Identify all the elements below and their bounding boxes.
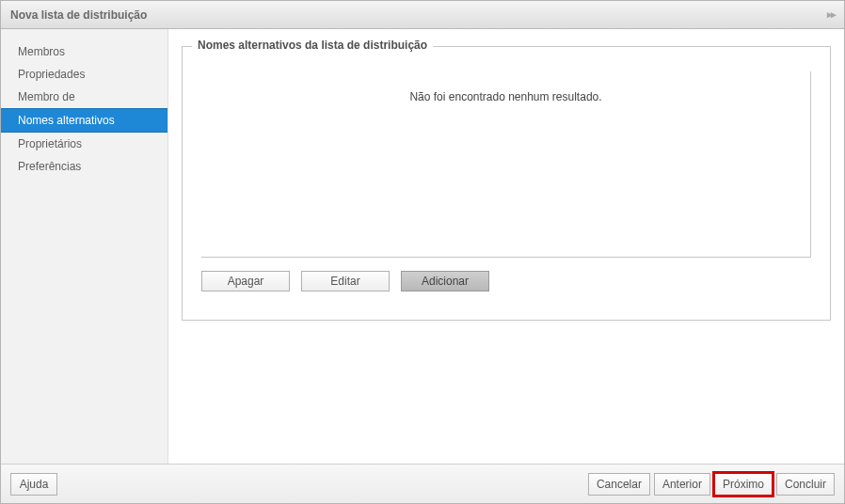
sidebar-item-label: Preferências	[18, 160, 81, 173]
content-pane: Nomes alternativos da lista de distribui…	[168, 29, 844, 464]
help-button[interactable]: Ajuda	[10, 473, 57, 496]
sidebar-item-preferencias[interactable]: Preferências	[1, 155, 167, 178]
next-button[interactable]: Próximo	[714, 473, 773, 496]
sidebar-item-proprietarios[interactable]: Proprietários	[1, 133, 167, 155]
wizard-footer: Ajuda Cancelar Anterior Próximo Concluir	[1, 464, 844, 503]
alias-fieldset: Nomes alternativos da lista de distribui…	[182, 46, 831, 321]
sidebar-item-membros[interactable]: Membros	[1, 40, 167, 63]
no-results-text: Não foi encontrado nenhum resultado.	[201, 71, 810, 103]
collapse-icon[interactable]: ▸▸	[827, 8, 835, 21]
main-area: Membros Propriedades Membro de Nomes alt…	[1, 29, 844, 464]
fieldset-legend: Nomes alternativos da lista de distribui…	[192, 39, 433, 52]
alias-list[interactable]: Não foi encontrado nenhum resultado.	[201, 71, 811, 258]
add-button[interactable]: Adicionar	[401, 271, 489, 291]
sidebar-item-label: Membro de	[18, 90, 75, 103]
sidebar-item-label: Proprietários	[18, 137, 82, 150]
sidebar-item-label: Nomes alternativos	[18, 114, 115, 127]
sidebar-item-nomes-alternativos[interactable]: Nomes alternativos	[1, 108, 167, 133]
titlebar: Nova lista de distribuição ▸▸	[1, 1, 844, 29]
delete-button[interactable]: Apagar	[201, 271, 290, 291]
cancel-button[interactable]: Cancelar	[588, 473, 650, 496]
alias-actions: Apagar Editar Adicionar	[201, 271, 811, 291]
edit-button[interactable]: Editar	[301, 271, 390, 291]
sidebar-item-membro-de[interactable]: Membro de	[1, 86, 167, 108]
finish-button[interactable]: Concluir	[776, 473, 835, 496]
window-title: Nova lista de distribuição	[10, 8, 147, 22]
previous-button[interactable]: Anterior	[654, 473, 710, 496]
wizard-sidebar: Membros Propriedades Membro de Nomes alt…	[1, 29, 168, 464]
sidebar-item-propriedades[interactable]: Propriedades	[1, 63, 167, 86]
sidebar-item-label: Membros	[18, 45, 65, 58]
sidebar-item-label: Propriedades	[18, 68, 85, 81]
